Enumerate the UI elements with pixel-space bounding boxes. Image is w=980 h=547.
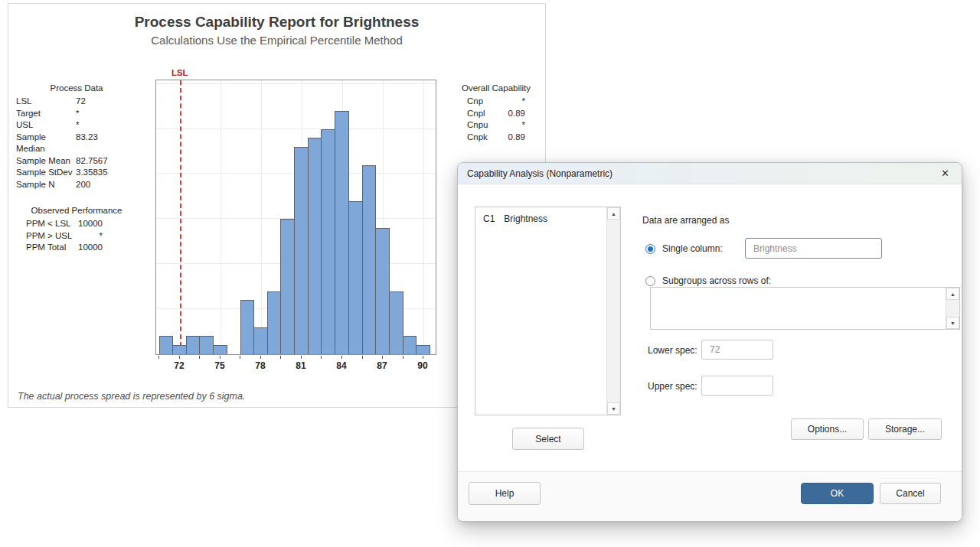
stat-label: Target [16, 108, 76, 120]
stat-row: PPM > USL* [8, 230, 145, 243]
histogram-bar [403, 336, 416, 354]
storage-button[interactable]: Storage... [868, 418, 942, 440]
axis-tick [199, 356, 200, 359]
subgroups-label: Subgroups across rows of: [662, 275, 771, 286]
stat-value: 200 [76, 179, 90, 191]
x-axis: 72757881848790 [155, 356, 436, 376]
overall-capability-title: Overall Capability [458, 82, 534, 94]
stat-label: Sample Mean [16, 155, 76, 168]
histogram-bar [186, 336, 200, 354]
axis-tick [362, 356, 363, 359]
subgroups-scrollbar[interactable]: ▲ ▼ [946, 288, 959, 329]
stat-value: 0.89 [504, 132, 525, 144]
stat-label: PPM < LSL [26, 218, 77, 230]
single-column-radio[interactable] [645, 244, 655, 254]
lsl-reference-line [180, 80, 181, 354]
axis-tick-label: 78 [255, 360, 265, 371]
gridline-vertical [261, 80, 262, 354]
stat-label: USL [16, 119, 76, 132]
axis-tick-label: 72 [174, 360, 184, 371]
scroll-up-icon: ▲ [950, 291, 956, 297]
stat-value: * [504, 119, 525, 132]
stat-value: * [76, 119, 79, 132]
single-column-option[interactable]: Single column: [645, 243, 723, 254]
ok-button[interactable]: OK [801, 483, 874, 504]
axis-tick [301, 356, 302, 359]
column-name: Brightness [504, 213, 547, 224]
observed-performance-rows: PPM < LSL10000PPM > USL*PPM Total10000 [8, 218, 145, 254]
histogram-bar [362, 165, 376, 354]
scroll-up-button[interactable]: ▲ [607, 207, 620, 220]
stat-row: Cnpu* [458, 119, 534, 132]
histogram-bar [416, 345, 430, 354]
stat-row: Cnpk0.89 [458, 132, 534, 144]
screen: Process Capability Report for Brightness… [0, 0, 980, 547]
axis-tick [280, 356, 281, 359]
stat-row: Sample StDev3.35835 [8, 167, 145, 179]
chart-footnote: The actual process spread is represented… [18, 391, 245, 402]
column-list-item[interactable]: C1 Brightness [475, 207, 620, 224]
columns-listbox[interactable]: C1 Brightness ▲ ▼ [475, 207, 621, 415]
gridline-vertical [220, 80, 221, 354]
stat-row: PPM < LSL10000 [8, 218, 145, 230]
overall-capability-panel: Overall Capability Cnp*Cnpl0.89Cnpu*Cnpk… [458, 82, 534, 143]
stat-label: Sample StDev [16, 167, 76, 179]
histogram-bar [389, 291, 403, 354]
chart-title: Process Capability Report for Brightness [8, 14, 545, 31]
subgroups-option[interactable]: Subgroups across rows of: [645, 275, 771, 286]
histogram-bar [375, 228, 390, 354]
scroll-up-button[interactable]: ▲ [946, 288, 959, 300]
lower-spec-input[interactable] [701, 340, 773, 360]
stat-row: LSL72 [8, 96, 145, 108]
process-data-panel: Process Data LSL72Target*USL*Sample Medi… [8, 82, 145, 254]
stat-value: * [76, 108, 79, 120]
close-button[interactable]: ✕ [938, 167, 952, 180]
stat-label: PPM Total [26, 242, 77, 254]
axis-tick-label: 87 [377, 360, 387, 371]
cancel-button[interactable]: Cancel [880, 483, 941, 504]
histogram-bar [321, 129, 335, 354]
axis-tick [321, 356, 322, 359]
dialog-title: Capability Analysis (Nonparametric) [467, 168, 612, 179]
select-button[interactable]: Select [512, 428, 584, 450]
stat-value: 0.89 [504, 108, 525, 120]
gridline-horizontal [156, 129, 436, 129]
single-column-input[interactable] [745, 238, 882, 259]
axis-tick [220, 356, 220, 359]
subgroups-radio[interactable] [645, 276, 655, 286]
process-data-title: Process Data [8, 82, 145, 94]
stat-value: * [504, 96, 525, 108]
close-icon: ✕ [941, 168, 949, 179]
options-button[interactable]: Options... [791, 418, 864, 440]
stat-label: Cnpl [467, 108, 504, 120]
stat-label: PPM > USL [26, 230, 77, 243]
histogram-bar [159, 336, 173, 354]
dialog-footer: Help OK Cancel [458, 471, 962, 521]
lower-spec-label: Lower spec: [648, 345, 697, 356]
lsl-label: LSL [172, 68, 188, 77]
help-button[interactable]: Help [469, 482, 541, 505]
stat-row: Sample Mean82.7567 [8, 155, 145, 168]
stat-label: Sample N [16, 179, 76, 191]
single-column-label: Single column: [662, 243, 723, 254]
stat-value: 3.35835 [76, 167, 108, 179]
upper-spec-input[interactable] [701, 376, 773, 396]
scroll-down-button[interactable]: ▼ [946, 317, 959, 329]
stat-row: Target* [8, 108, 145, 120]
subgroups-textarea[interactable]: ▲ ▼ [650, 287, 960, 330]
histogram-plot [155, 80, 436, 355]
process-data-rows: LSL72Target*USL*Sample Median83.23Sample… [8, 96, 145, 190]
axis-tick [382, 356, 383, 359]
stat-row: USL* [8, 119, 145, 132]
scroll-down-icon: ▼ [611, 406, 616, 412]
histogram-bar [267, 291, 281, 354]
axis-tick [240, 356, 240, 359]
stat-row: Sample Median83.23 [8, 132, 145, 155]
listbox-scrollbar[interactable]: ▲ ▼ [606, 207, 620, 415]
capability-analysis-dialog: Capability Analysis (Nonparametric) ✕ C1… [457, 162, 962, 522]
stat-label: Cnp [467, 96, 504, 108]
scroll-down-icon: ▼ [950, 321, 956, 326]
scroll-down-button[interactable]: ▼ [607, 402, 620, 415]
histogram-bar [294, 147, 309, 354]
observed-performance-title: Observed Performance [8, 204, 145, 217]
